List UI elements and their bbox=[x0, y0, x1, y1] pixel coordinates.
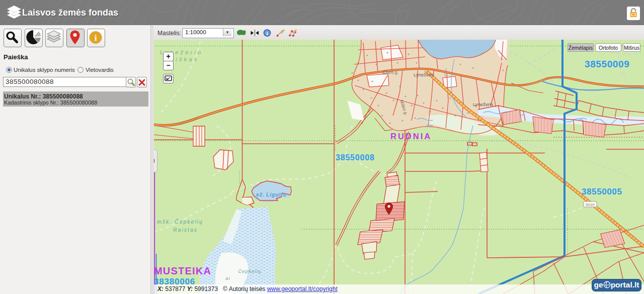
svg-text:Lynežeris: Lynežeris bbox=[473, 102, 494, 107]
svg-text:38550008: 38550008 bbox=[336, 153, 375, 162]
svg-text:i: i bbox=[95, 33, 97, 43]
svg-text:Raistas: Raistas bbox=[173, 227, 198, 233]
svg-text:Lynežeris: Lynežeris bbox=[414, 72, 434, 77]
svg-text:Čepkelių: Čepkelių bbox=[238, 268, 262, 274]
svg-text:ai: ai bbox=[225, 275, 230, 281]
svg-text:Ežero g.: Ežero g. bbox=[382, 70, 398, 75]
svg-text:38550005: 38550005 bbox=[582, 187, 622, 197]
svg-text:MUSTEIKA: MUSTEIKA bbox=[154, 265, 211, 276]
svg-text:RUDNIA: RUDNIA bbox=[390, 132, 432, 141]
svg-text:i: i bbox=[266, 30, 268, 36]
svg-text:38550009: 38550009 bbox=[585, 59, 629, 69]
svg-text:5020: 5020 bbox=[586, 203, 595, 207]
svg-text:mšk. Čepkelių: mšk. Čepkelių bbox=[157, 219, 203, 225]
svg-text:ež. Ligutis: ež. Ligutis bbox=[256, 191, 286, 198]
